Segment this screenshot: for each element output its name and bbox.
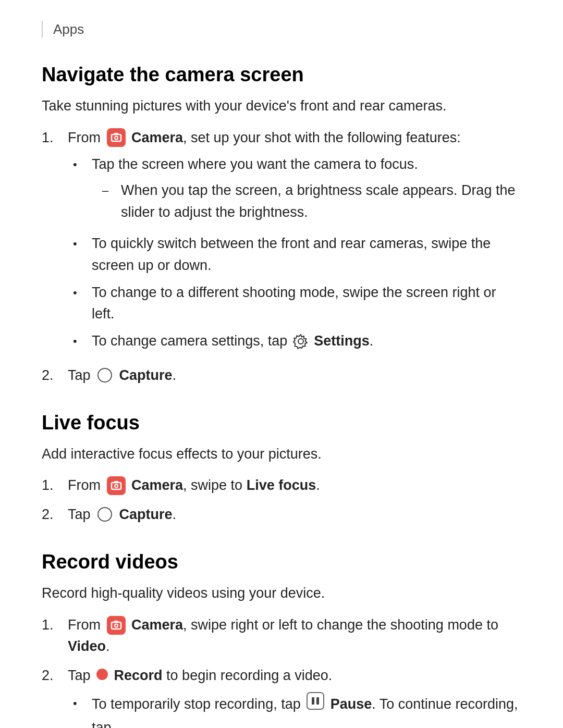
svg-point-5 [298, 339, 303, 344]
svg-rect-19 [307, 693, 324, 709]
breadcrumb: Apps [42, 21, 521, 38]
record-label: Record [114, 668, 163, 683]
svg-rect-17 [114, 621, 118, 623]
bullet-dot: • [73, 330, 92, 350]
capture-icon [96, 506, 113, 523]
svg-point-3 [115, 137, 117, 139]
step-2-record-videos: 2. Tap Record to begin recording a video… [42, 665, 521, 728]
settings-label: Settings [314, 333, 370, 349]
bullet-item: • To change camera settings, tap Setting… [73, 330, 521, 352]
step-content: Tap Capture. [68, 365, 521, 387]
video-label: Video [68, 638, 106, 654]
record-icon [96, 665, 108, 687]
bullet-list-step2-record: • To temporarily stop recording, tap [68, 693, 521, 728]
section-intro-record-videos: Record high-quality videos using your de… [42, 583, 521, 604]
capture-label: Capture [119, 367, 173, 383]
camera-icon [107, 476, 126, 495]
camera-icon [107, 128, 126, 147]
step-1-live-focus: 1. From Camera, swipe to Live focus. [42, 475, 521, 497]
sub-bullet-item: – When you tap the screen, a brightness … [102, 180, 521, 224]
bullet-text: Tap the screen where you want the camera… [92, 154, 521, 228]
step-2-navigate: 2. Tap Capture. [42, 365, 521, 387]
live-focus-label: Live focus [247, 477, 316, 493]
step-1-navigate: 1. From Camera, set up your shot with th… [42, 127, 521, 358]
steps-list-record-videos: 1. From Camera, swipe right or left to c… [42, 614, 521, 728]
bullet-item: • To quickly switch between the front an… [73, 233, 521, 277]
bullet-text: To change to a different shooting mode, … [92, 282, 521, 326]
section-navigate-camera: Navigate the camera screen Take stunning… [42, 64, 521, 387]
step-number: 2. [42, 365, 68, 387]
svg-point-12 [98, 508, 112, 521]
svg-point-6 [98, 368, 112, 382]
steps-list-navigate: 1. From Camera, set up your shot with th… [42, 127, 521, 387]
bullet-dot: • [73, 693, 92, 712]
step-content: Tap Record to begin recording a video. •… [68, 665, 521, 728]
step-number: 1. [42, 614, 68, 636]
step-content: From Camera, swipe right or left to chan… [68, 614, 521, 658]
settings-icon [293, 334, 309, 349]
steps-list-live-focus: 1. From Camera, swipe to Live focus. 2. [42, 475, 521, 526]
section-title-record-videos: Record videos [42, 551, 521, 573]
svg-point-16 [115, 624, 117, 626]
step-content: Tap Capture. [68, 504, 521, 526]
page-container: Apps Navigate the camera screen Take stu… [0, 0, 563, 728]
bullet-dot: • [73, 154, 92, 174]
camera-label: Camera [131, 477, 183, 493]
step-number: 1. [42, 127, 68, 149]
bullet-item-pause: • To temporarily stop recording, tap [73, 693, 521, 728]
pause-icon [307, 692, 324, 717]
pause-label: Pause [331, 696, 372, 712]
camera-label: Camera [131, 617, 183, 633]
bullet-item: • To change to a different shooting mode… [73, 282, 521, 326]
section-title-navigate: Navigate the camera screen [42, 64, 521, 86]
sub-bullet-dash: – [102, 180, 121, 200]
bullet-text: To quickly switch between the front and … [92, 233, 521, 277]
bullet-text: To change camera settings, tap Settings. [92, 330, 373, 352]
breadcrumb-text: Apps [53, 21, 84, 37]
section-title-live-focus: Live focus [42, 412, 521, 434]
step-number: 2. [42, 504, 68, 526]
capture-icon [96, 367, 113, 384]
step-2-live-focus: 2. Tap Capture. [42, 504, 521, 526]
section-record-videos: Record videos Record high-quality videos… [42, 551, 521, 728]
svg-rect-11 [114, 481, 118, 483]
section-intro-live-focus: Add interactive focus effects to your pi… [42, 443, 521, 465]
svg-rect-4 [114, 133, 118, 135]
step-content: From Camera, swipe to Live focus. [68, 475, 521, 497]
bullet-dot: • [73, 282, 92, 302]
bullet-list-step1: • Tap the screen where you want the came… [68, 154, 521, 352]
svg-point-10 [115, 485, 117, 487]
camera-icon [107, 616, 126, 635]
step-1-record-videos: 1. From Camera, swipe right or left to c… [42, 614, 521, 658]
svg-rect-21 [316, 697, 319, 705]
bullet-text-pause: To temporarily stop recording, tap Pause… [92, 693, 521, 728]
sub-bullet-text: When you tap the screen, a brightness sc… [121, 180, 521, 224]
step-number: 1. [42, 475, 68, 497]
capture-label: Capture [119, 507, 173, 522]
section-live-focus: Live focus Add interactive focus effects… [42, 412, 521, 526]
bullet-item: • Tap the screen where you want the came… [73, 154, 521, 228]
step-number: 2. [42, 665, 68, 687]
svg-point-18 [96, 669, 108, 680]
step-content: From Camera, set up your shot with the f… [68, 127, 521, 358]
bullet-dot: • [73, 233, 92, 253]
sub-bullet-list: – When you tap the screen, a brightness … [92, 180, 521, 224]
camera-label: Camera [131, 130, 183, 145]
section-intro-navigate: Take stunning pictures with your device'… [42, 95, 521, 117]
svg-rect-20 [312, 697, 314, 705]
